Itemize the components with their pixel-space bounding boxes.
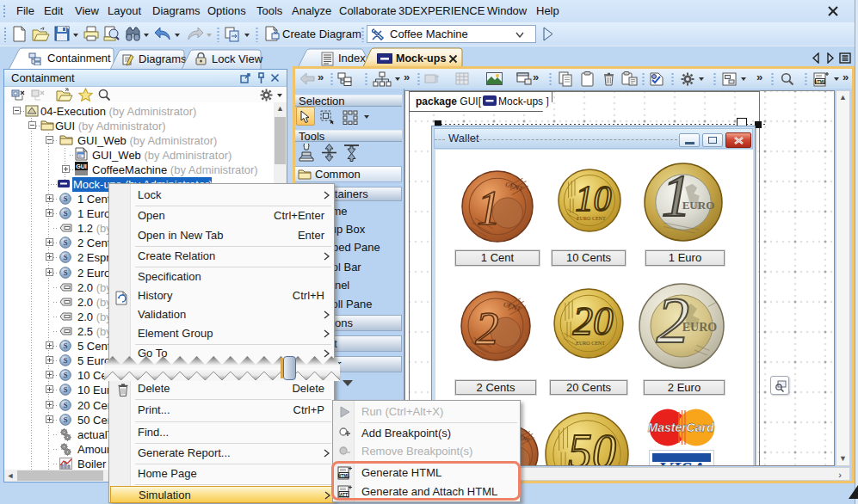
svg-text:S: S [63,238,67,247]
svg-text:S: S [63,268,67,277]
svg-text:HTML: HTML [815,80,826,84]
svg-text:S: S [63,401,67,409]
svg-text:S: S [63,385,67,394]
svg-text:MasterCard: MasterCard [647,421,713,434]
svg-text:1: 1 [477,181,501,235]
svg-text:S: S [63,371,67,379]
svg-text:50: 50 [568,425,616,466]
svg-text:EURO: EURO [682,321,718,334]
svg-text:EURO: EURO [682,199,715,212]
svg-text:1: 1 [661,163,691,229]
svg-text:S: S [63,341,67,350]
svg-text:2: 2 [475,302,499,354]
svg-text:S: S [63,194,67,203]
svg-text:S: S [63,253,67,261]
svg-text:10: 10 [575,179,611,218]
svg-text:EURO CENT: EURO CENT [576,341,605,346]
svg-text:EURO CENT: EURO CENT [577,216,606,221]
svg-text:S: S [63,356,67,365]
svg-text:GUI: GUI [76,163,87,169]
svg-text:S: S [63,209,67,218]
svg-text:20: 20 [572,298,613,343]
svg-text:2: 2 [657,283,690,357]
svg-text:S: S [63,415,67,424]
